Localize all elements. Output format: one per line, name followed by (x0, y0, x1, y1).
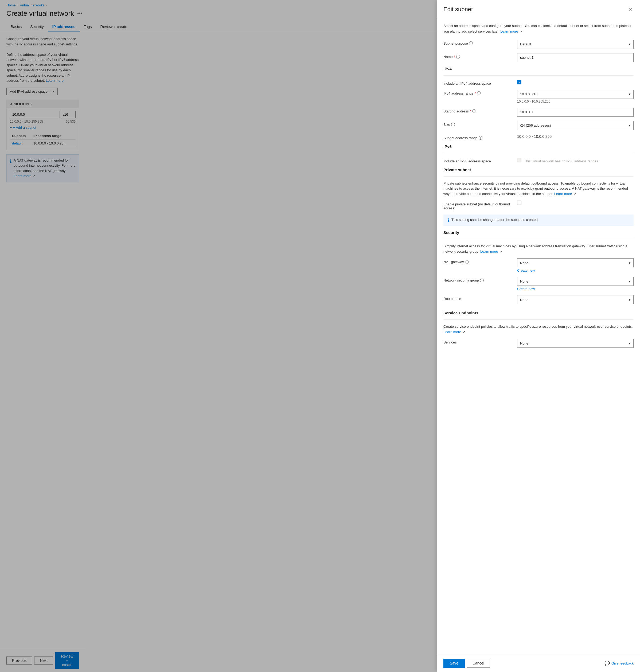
private-subnet-heading: Private subnet (443, 167, 634, 172)
subnet-purpose-control: Default ▾ (517, 40, 634, 49)
include-ipv6-row: Include an IPv6 address space This virtu… (443, 158, 634, 163)
private-subnet-section: Private subnets enhance security by not … (443, 181, 634, 226)
feedback-label: Give feedback (611, 661, 634, 665)
nat-gateway-select[interactable]: None ▾ (517, 258, 634, 267)
include-ipv4-control (517, 80, 634, 85)
name-input[interactable] (517, 53, 634, 62)
include-ipv6-control: This virtual network has no IPv6 address… (517, 158, 634, 163)
subnet-address-range-row: Subnet address range i 10.0.0.0 - 10.0.0… (443, 134, 634, 140)
ipv4-divider (443, 75, 634, 76)
info-banner-text: This setting can't be changed after the … (451, 218, 538, 222)
nat-gateway-chevron: ▾ (629, 261, 631, 265)
security-learn-more-link[interactable]: Learn more (480, 249, 498, 253)
size-select[interactable]: /24 (256 addresses) ▾ (517, 121, 634, 130)
route-table-chevron: ▾ (629, 298, 631, 302)
include-ipv4-label: Include an IPv4 address space (443, 80, 513, 86)
ipv4-range-control: 10.0.0.0/16 ▾ 10.0.0.0 - 10.0.255.255 (517, 90, 634, 103)
ipv4-select-chevron: ▾ (629, 92, 631, 96)
size-label: Size i (443, 121, 513, 127)
nsg-create-new-link[interactable]: Create new (517, 287, 634, 291)
ipv4-required-indicator: * (475, 91, 476, 96)
starting-address-control (517, 108, 634, 117)
services-chevron: ▾ (629, 341, 631, 345)
nat-gateway-control: None ▾ Create new (517, 258, 634, 273)
cancel-button[interactable]: Cancel (467, 659, 490, 668)
nsg-chevron: ▾ (629, 279, 631, 283)
size-row: Size i /24 (256 addresses) ▾ (443, 121, 634, 130)
private-subnet-ext-icon: ↗ (573, 192, 576, 195)
panel-learn-more-link[interactable]: Learn more (500, 29, 518, 33)
nsg-info[interactable]: i (480, 279, 484, 282)
name-label: Name * i (443, 53, 513, 59)
security-ext-link-icon: ↗ (499, 250, 502, 253)
starting-address-label: Starting address * i (443, 108, 513, 113)
security-divider (443, 239, 634, 239)
private-subnet-learn-more-link[interactable]: Learn more (554, 192, 572, 196)
save-button[interactable]: Save (443, 659, 465, 668)
include-ipv6-checkbox[interactable] (517, 158, 521, 162)
ipv4-range-row: IPv4 address range * i 10.0.0.0/16 ▾ 10.… (443, 90, 634, 103)
service-endpoints-learn-more-link[interactable]: Learn more (443, 330, 461, 334)
service-ext-link-icon: ↗ (463, 331, 465, 334)
route-table-row: Route table None ▾ (443, 295, 634, 304)
enable-private-subnet-checkbox[interactable] (517, 201, 521, 205)
include-ipv6-label: Include an IPv6 address space (443, 158, 513, 163)
size-select-chevron: ▾ (629, 123, 631, 127)
subnet-purpose-select[interactable]: Default ▾ (517, 40, 634, 49)
services-row: Services None ▾ (443, 339, 634, 348)
security-heading: Security (443, 230, 634, 235)
services-select[interactable]: None ▾ (517, 339, 634, 348)
name-info[interactable]: i (456, 55, 460, 58)
panel-body: Select an address space and configure yo… (437, 18, 640, 654)
close-panel-button[interactable]: ✕ (627, 5, 634, 13)
ipv4-range-label: IPv4 address range * i (443, 90, 513, 96)
ipv4-range-select[interactable]: 10.0.0.0/16 ▾ (517, 90, 634, 99)
name-row: Name * i (443, 53, 634, 62)
route-table-label: Route table (443, 295, 513, 301)
give-feedback-link[interactable]: 💬 Give feedback (605, 659, 634, 668)
nsg-row: Network security group i None ▾ Create n… (443, 277, 634, 291)
panel-ext-link-icon: ↗ (520, 30, 522, 33)
route-table-select[interactable]: None ▾ (517, 295, 634, 304)
subnet-purpose-info[interactable]: i (469, 41, 473, 45)
nat-gateway-label: NAT gateway i (443, 258, 513, 264)
route-table-control: None ▾ (517, 295, 634, 304)
name-required-indicator: * (454, 55, 455, 59)
size-info[interactable]: i (451, 122, 455, 126)
include-ipv4-checkbox[interactable] (517, 80, 521, 84)
ipv6-note: This virtual network has no IPv6 address… (524, 158, 599, 163)
include-ipv4-row: Include an IPv4 address space (443, 80, 634, 86)
starting-address-input[interactable] (517, 108, 634, 117)
subnet-address-range-value: 10.0.0.0 - 10.0.0.255 (517, 134, 634, 138)
subnet-address-range-label: Subnet address range i (443, 134, 513, 140)
panel-footer: Save Cancel 💬 Give feedback (437, 654, 640, 672)
nat-gateway-row: NAT gateway i None ▾ Create new (443, 258, 634, 273)
services-control: None ▾ (517, 339, 634, 348)
enable-private-subnet-row: Enable private subnet (no default outbou… (443, 201, 634, 210)
panel-description: Select an address space and configure yo… (443, 23, 634, 34)
ipv6-heading: IPv6 (443, 144, 634, 149)
enable-private-subnet-control (517, 201, 634, 206)
services-label: Services (443, 339, 513, 344)
private-subnet-description: Private subnets enhance security by not … (443, 181, 634, 196)
ipv4-range-info[interactable]: i (477, 91, 481, 95)
edit-subnet-panel: Edit subnet ✕ Select an address space an… (437, 0, 640, 672)
service-endpoints-heading: Service Endpoints (443, 311, 634, 315)
nsg-select[interactable]: None ▾ (517, 277, 634, 286)
ipv4-heading: IPv4 (443, 67, 634, 71)
nsg-label: Network security group i (443, 277, 513, 282)
size-control: /24 (256 addresses) ▾ (517, 121, 634, 130)
ipv4-range-subtext: 10.0.0.0 - 10.0.255.255 (517, 100, 634, 103)
feedback-icon: 💬 (605, 661, 610, 666)
subnet-purpose-label: Subnet purpose i (443, 40, 513, 45)
service-endpoints-divider (443, 319, 634, 320)
name-control (517, 53, 634, 62)
subnet-range-info[interactable]: i (479, 136, 482, 140)
starting-required-indicator: * (470, 109, 471, 113)
info-banner: ℹ This setting can't be changed after th… (443, 215, 634, 226)
nat-gateway-info[interactable]: i (465, 260, 469, 264)
nat-gateway-create-new-link[interactable]: Create new (517, 268, 634, 273)
enable-private-subnet-label: Enable private subnet (no default outbou… (443, 201, 513, 210)
private-subnet-divider (443, 176, 634, 177)
starting-address-info[interactable]: i (472, 109, 476, 113)
